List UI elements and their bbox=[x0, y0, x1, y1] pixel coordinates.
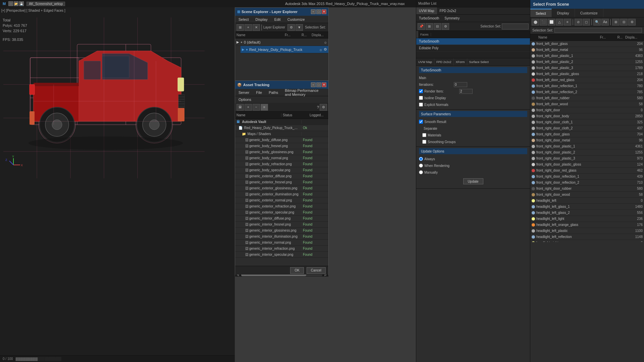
object-row[interactable]: front_left_door_red_glass204 bbox=[530, 77, 644, 83]
at-row-ext-refr[interactable]: 🖼generic_exterior_refraction.png Found bbox=[235, 203, 328, 209]
mod-tab-turbosmooth[interactable]: TurboSmooth bbox=[416, 15, 442, 22]
panel-tab-xform[interactable]: XForm bbox=[454, 58, 467, 65]
mod-filter-btn[interactable]: ⚙ bbox=[442, 23, 449, 30]
object-row[interactable]: front_right_door_body2850 bbox=[530, 113, 644, 119]
object-row[interactable]: front_left_door_reflection_1780 bbox=[530, 83, 644, 89]
object-row[interactable]: front_left_door_rubber580 bbox=[530, 95, 644, 101]
sp-invert-btn[interactable]: ⊘ bbox=[575, 19, 582, 25]
object-row[interactable]: front_left_door_wood58 bbox=[530, 101, 644, 107]
se-options-btn[interactable]: ⚙ bbox=[287, 24, 295, 31]
at-vault-btn[interactable]: 🏛 bbox=[236, 104, 244, 111]
mod-expand-btn[interactable]: ⊞ bbox=[426, 23, 433, 30]
se-more-btn[interactable]: ▼ bbox=[296, 24, 303, 31]
scene-explorer-minimize[interactable]: − bbox=[311, 9, 316, 14]
object-row[interactable]: front_right_door_cloth_2437 bbox=[530, 125, 644, 131]
object-row[interactable]: front_right_door_reflection_2710 bbox=[530, 180, 644, 186]
open-btn[interactable]: 📂 bbox=[14, 1, 18, 6]
at-row-maps[interactable]: 📁 Maps / Shaders bbox=[235, 131, 328, 137]
at-row-int-illum[interactable]: 🖼generic_interior_illumination.png Found bbox=[235, 234, 328, 240]
sp-all-btn[interactable]: ≡ bbox=[564, 19, 571, 25]
at-add-btn[interactable]: + bbox=[245, 104, 252, 111]
object-row[interactable]: front_right_door_plastic_3973 bbox=[530, 156, 644, 162]
sp-cols-btn[interactable]: ⊞ bbox=[612, 19, 620, 25]
at-row-body-spec[interactable]: 🖼generic_body_specular.png Found bbox=[235, 167, 328, 173]
at-menu-server[interactable]: Server bbox=[237, 90, 251, 95]
update-options-rollout[interactable]: Update Options bbox=[419, 148, 527, 154]
object-row[interactable]: front_right_door_glass704 bbox=[530, 131, 644, 137]
scene-menu-edit[interactable]: Edit bbox=[273, 17, 282, 22]
object-row[interactable]: headlight_right0 bbox=[530, 240, 644, 242]
at-menu-paths[interactable]: Paths bbox=[267, 90, 279, 95]
update-btn[interactable]: Update bbox=[463, 178, 483, 184]
at-ok-btn[interactable]: OK bbox=[290, 267, 304, 274]
ts-explicit-checkbox[interactable] bbox=[419, 103, 423, 107]
se-new-layer-btn[interactable]: + bbox=[245, 24, 252, 31]
viewport[interactable]: [+] [Perspective] [ Shaded + Edged Faces… bbox=[0, 7, 235, 355]
object-row[interactable]: front_right_door_cloth_1325 bbox=[530, 119, 644, 125]
scene-menu-customize[interactable]: Customize bbox=[286, 17, 306, 22]
ts-iterations-input[interactable] bbox=[454, 82, 467, 87]
object-row[interactable]: front_left_door_metal96 bbox=[530, 47, 644, 53]
object-row[interactable]: front_left_door_reflection_2785 bbox=[530, 89, 644, 95]
at-list-btn[interactable]: ≡ bbox=[261, 104, 268, 111]
at-row-int-diff[interactable]: 🖼generic_interior_diffuse.png Found bbox=[235, 216, 328, 222]
sp-none-btn[interactable]: ◻ bbox=[583, 19, 590, 25]
at-row-body-fres[interactable]: 🖼generic_body_fresnel.png Found bbox=[235, 143, 328, 149]
at-menu-file[interactable]: File bbox=[255, 90, 263, 95]
select-tab-display[interactable]: Display bbox=[552, 9, 575, 17]
at-row-int-norm[interactable]: 🖼generic_interior_normal.png Found bbox=[235, 240, 328, 246]
object-row[interactable]: front_left_door_plastic_31789 bbox=[530, 65, 644, 71]
mod-item-editablepoly[interactable]: Editable Poly bbox=[416, 45, 530, 52]
new-btn[interactable]: □ bbox=[8, 1, 13, 6]
object-row[interactable]: front_right_door_plastic_14361 bbox=[530, 143, 644, 149]
object-row[interactable]: front_right_door_reflection_1439 bbox=[530, 174, 644, 180]
at-menu-options[interactable]: Options bbox=[237, 97, 253, 102]
selection-set-input[interactable] bbox=[502, 23, 529, 29]
object-row[interactable]: front_right_door_plastic_21255 bbox=[530, 149, 644, 156]
at-row-int-gloss[interactable]: 🖼generic_interior_glossiness.png Found bbox=[235, 228, 328, 234]
ts-render-checkbox[interactable] bbox=[419, 89, 423, 93]
at-row-int-fres[interactable]: 🖼generic_interior_fresnel.png Found bbox=[235, 222, 328, 228]
select-tab-select[interactable]: Select bbox=[530, 9, 552, 17]
asset-scroll-list[interactable]: 🏛 Autodesk Vault 📄 Red_Heavy_Duty_Pickup… bbox=[235, 119, 328, 273]
at-row-body-refr[interactable]: 🖼generic_body_refraction.png Found bbox=[235, 161, 328, 167]
sp-box-btn[interactable]: ⬛ bbox=[540, 19, 547, 25]
at-row-ext-norm[interactable]: 🖼generic_exterior_normal.png Found bbox=[235, 197, 328, 203]
manually-radio[interactable] bbox=[419, 170, 423, 174]
at-settings-btn[interactable]: ⚙ bbox=[320, 104, 327, 111]
object-row[interactable]: headlight_left_reflection1148 bbox=[530, 234, 644, 240]
at-row-ext-spec[interactable]: 🖼generic_exterior_specular.png Found bbox=[235, 209, 328, 216]
mod-tab-fpd[interactable]: FPD 2x2x2 bbox=[437, 7, 459, 14]
ts-render-input[interactable] bbox=[459, 89, 473, 94]
smooth-result-checkbox[interactable] bbox=[419, 120, 423, 124]
scene-explorer-close[interactable]: ✕ bbox=[322, 9, 326, 14]
at-minimize-btn[interactable]: − bbox=[311, 82, 316, 87]
panel-tab-uvwmap[interactable]: UVW Map bbox=[416, 58, 434, 65]
object-row[interactable]: headlight_left_plastic1100 bbox=[530, 228, 644, 234]
sp-gear-btn[interactable]: ⚙ bbox=[628, 19, 636, 25]
at-row-ext-gloss[interactable]: 🖼generic_exterior_glossiness.png Found bbox=[235, 185, 328, 191]
sp-triangle-btn[interactable]: △ bbox=[556, 19, 563, 25]
sp-filter-btn[interactable]: 🔍 bbox=[593, 19, 601, 25]
at-cancel-btn[interactable]: Cancel bbox=[307, 267, 326, 274]
at-row-ext-illum[interactable]: 🖼generic_exterior_illumination.png Found bbox=[235, 191, 328, 197]
when-rendering-radio[interactable] bbox=[419, 164, 423, 168]
se-filter-btn[interactable]: ⊞ bbox=[236, 24, 244, 31]
sp-case-btn[interactable]: Aa bbox=[601, 19, 609, 25]
sp-sphere-btn[interactable]: ⬤ bbox=[532, 19, 539, 25]
layer-row-truck[interactable]: ▶ ● Red_Heavy_Duty_Pickup_Truck ☼ ⚙ bbox=[240, 46, 328, 53]
object-row[interactable]: front_right_door_rubber580 bbox=[530, 186, 644, 192]
mod-collapse-btn[interactable]: ⊟ bbox=[434, 23, 441, 30]
panel-tab-fpd[interactable]: FPD 2x2x2 bbox=[434, 58, 454, 65]
object-row[interactable]: front_right_door_red_glass462 bbox=[530, 168, 644, 174]
at-restore-btn[interactable]: □ bbox=[316, 82, 321, 87]
at-close-btn[interactable]: ✕ bbox=[322, 82, 326, 87]
save-btn[interactable]: 💾 bbox=[19, 1, 24, 6]
object-row[interactable]: front_right_door_wood58 bbox=[530, 192, 644, 198]
selection-set-field[interactable] bbox=[554, 28, 642, 33]
mod-tab-uvw[interactable]: UVW Map bbox=[416, 7, 437, 14]
scene-explorer-restore[interactable]: □ bbox=[316, 9, 321, 14]
at-remove-btn[interactable]: − bbox=[253, 104, 260, 111]
object-scroll-list[interactable]: front_left_door_glass204front_left_door_… bbox=[530, 41, 644, 242]
at-row-ext-diff[interactable]: 🖼generic_exterior_diffuse.png Found bbox=[235, 173, 328, 179]
